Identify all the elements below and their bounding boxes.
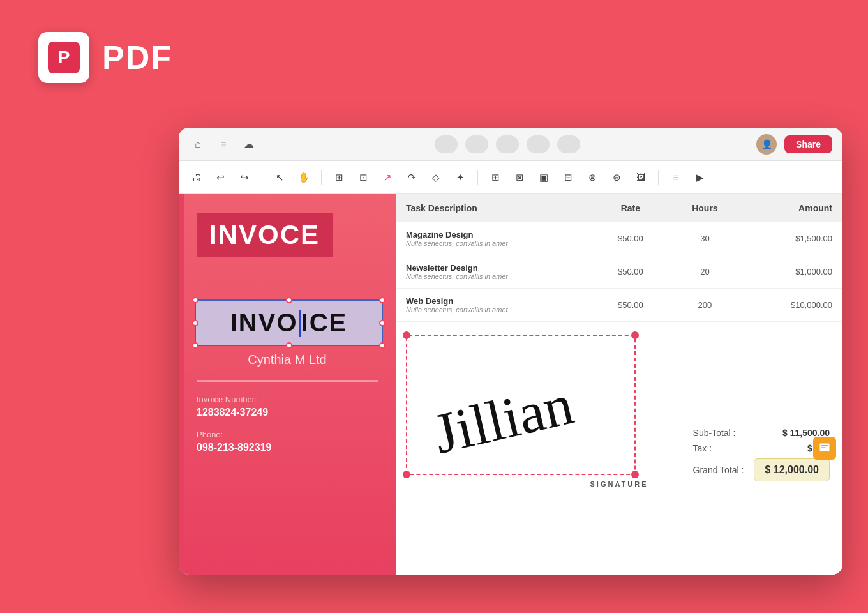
invoice-number-value: 1283824-37249 (197, 407, 378, 418)
handle-bottom-right[interactable] (379, 342, 385, 349)
table-header-row: Task Description Rate Hours Amount (396, 194, 842, 222)
task-desc: Nulla senectus, convallis in amet (406, 306, 583, 314)
sig-handle-tl[interactable] (403, 331, 410, 339)
avatar[interactable]: 👤 (756, 134, 777, 155)
sig-handle-bl[interactable] (403, 471, 410, 478)
select-icon[interactable]: ↖ (270, 168, 289, 187)
invoice-text-editable[interactable]: INVO ICE (230, 308, 347, 337)
rate-cell: $50.00 (594, 255, 668, 289)
task-cell: Magazine Design Nulla senectus, convalli… (396, 222, 594, 255)
brand-letter: P (58, 47, 70, 68)
amount-cell: $1,000.00 (742, 255, 842, 289)
sign-icon[interactable]: ⊛ (607, 168, 626, 187)
phone-label: Phone: (197, 430, 378, 439)
invoice-number-label: Invoice Number: (197, 395, 378, 404)
link-icon[interactable]: ↗ (378, 168, 397, 187)
expand-icon[interactable]: ▶ (691, 168, 710, 187)
url-bar (266, 135, 749, 153)
rate-cell: $50.00 (594, 289, 668, 322)
handle-bottom-middle[interactable] (286, 342, 292, 349)
redact-icon[interactable]: ▣ (534, 168, 553, 187)
table-row: Web Design Nulla senectus, convallis in … (396, 289, 842, 322)
tax-row: Tax : $ 500 (693, 443, 830, 453)
handle-top-left[interactable] (192, 297, 198, 303)
redo-icon[interactable]: ↪ (235, 168, 254, 187)
url-pill-2[interactable] (465, 135, 488, 153)
rotate-icon[interactable]: ↷ (402, 168, 421, 187)
invoice-number-field: Invoice Number: 1283824-37249 (197, 395, 378, 418)
compare-icon[interactable]: ⊞ (486, 168, 505, 187)
handle-middle-left[interactable] (192, 320, 198, 326)
url-pill-5[interactable] (557, 135, 580, 153)
amount-cell: $1,500.00 (742, 222, 842, 255)
col-amount: Amount (742, 194, 842, 222)
task-cell: Web Design Nulla senectus, convallis in … (396, 289, 594, 322)
task-desc: Nulla senectus, convallis in amet (406, 273, 583, 280)
grand-total-row: Grand Total : $ 12,000.00 (693, 458, 830, 481)
table-row: Newsletter Design Nulla senectus, conval… (396, 255, 842, 289)
handle-top-middle[interactable] (286, 297, 292, 303)
comment-icon[interactable] (813, 437, 836, 460)
print-icon[interactable]: 🖨 (186, 168, 206, 187)
task-desc: Nulla senectus, convallis in amet (406, 239, 583, 247)
totals-section: Sub-Total : $ 11,500.00 Tax : $ 500 (693, 428, 830, 481)
phone-field: Phone: 098-213-892319 (197, 430, 378, 453)
add-image-icon[interactable]: ⊡ (354, 168, 373, 187)
signature-section: Jillian SIGNATURE Sub-Total : $ 11,500.0… (396, 322, 842, 507)
url-pill-4[interactable] (527, 135, 550, 153)
ocr-icon[interactable]: ⊟ (558, 168, 578, 187)
handle-top-right[interactable] (379, 297, 385, 303)
brand-icon-container: P (38, 32, 89, 83)
text-cursor (299, 310, 301, 337)
home-icon[interactable]: ⌂ (189, 135, 207, 153)
pdf-toolbar: 🖨 ↩ ↪ ↖ ✋ ⊞ ⊡ ↗ ↷ ◇ ✦ ⊞ ⊠ ▣ ⊟ ⊜ ⊛ 🖼 ≡ ▶ (179, 161, 842, 194)
toolbar-divider-3 (477, 170, 478, 185)
col-hours: Hours (668, 194, 742, 222)
sig-handle-br[interactable] (631, 471, 639, 478)
sig-handle-tr[interactable] (631, 331, 639, 339)
grand-total-label: Grand Total : (693, 465, 744, 475)
handle-bottom-left[interactable] (192, 342, 198, 349)
table-row: Magazine Design Nulla senectus, convalli… (396, 222, 842, 255)
invoice-text-part1: INVO (230, 308, 298, 337)
handle-middle-right[interactable] (379, 320, 385, 326)
tax-label: Tax : (693, 443, 712, 453)
subtotal-label: Sub-Total : (693, 428, 736, 438)
task-name: Web Design (406, 296, 583, 306)
rate-cell: $50.00 (594, 222, 668, 255)
browser-window: ⌂ ≡ ☁ 👤 Share 🖨 ↩ ↪ ↖ ✋ ⊞ ⊡ ↗ ↷ ◇ ✦ ⊞ ⊠ … (179, 128, 842, 575)
svg-marker-5 (823, 451, 827, 453)
task-cell: Newsletter Design Nulla senectus, conval… (396, 255, 594, 289)
amount-cell: $10,000.00 (742, 289, 842, 322)
divider-1 (197, 380, 378, 382)
signature-box[interactable]: Jillian (406, 335, 636, 475)
fullscreen-icon[interactable]: ⊠ (510, 168, 529, 187)
signature-text: Jillian (421, 349, 621, 474)
pan-icon[interactable]: ✋ (294, 168, 313, 187)
image-tool-icon[interactable]: 🖼 (631, 168, 650, 187)
task-name: Magazine Design (406, 230, 583, 239)
undo-icon[interactable]: ↩ (211, 168, 230, 187)
erase-icon[interactable]: ◇ (426, 168, 445, 187)
share-button[interactable]: Share (784, 135, 832, 153)
col-rate: Rate (594, 194, 668, 222)
toolbar-divider-1 (262, 170, 262, 185)
company-name: Cynthia M Ltd (197, 352, 378, 367)
add-text-icon[interactable]: ⊞ (329, 168, 348, 187)
text-selection-box[interactable]: INVO ICE (195, 299, 383, 346)
menu-icon[interactable]: ≡ (214, 135, 232, 153)
more-icon[interactable]: ≡ (666, 168, 685, 187)
invoice-text-part2: ICE (301, 308, 348, 337)
left-panel-inner: INVOCE INVO ICE (179, 194, 396, 484)
toolbar-divider-4 (658, 170, 659, 185)
right-panel: Task Description Rate Hours Amount Magaz… (396, 194, 842, 575)
url-pill-3[interactable] (496, 135, 519, 153)
hours-cell: 30 (668, 222, 742, 255)
left-panel: INVOCE INVO ICE (179, 194, 396, 575)
col-task-description: Task Description (396, 194, 594, 222)
highlight-icon[interactable]: ✦ (451, 168, 470, 187)
url-pill-1[interactable] (435, 135, 458, 153)
cloud-icon[interactable]: ☁ (240, 135, 258, 153)
convert-icon[interactable]: ⊜ (583, 168, 602, 187)
task-name: Newsletter Design (406, 263, 583, 273)
